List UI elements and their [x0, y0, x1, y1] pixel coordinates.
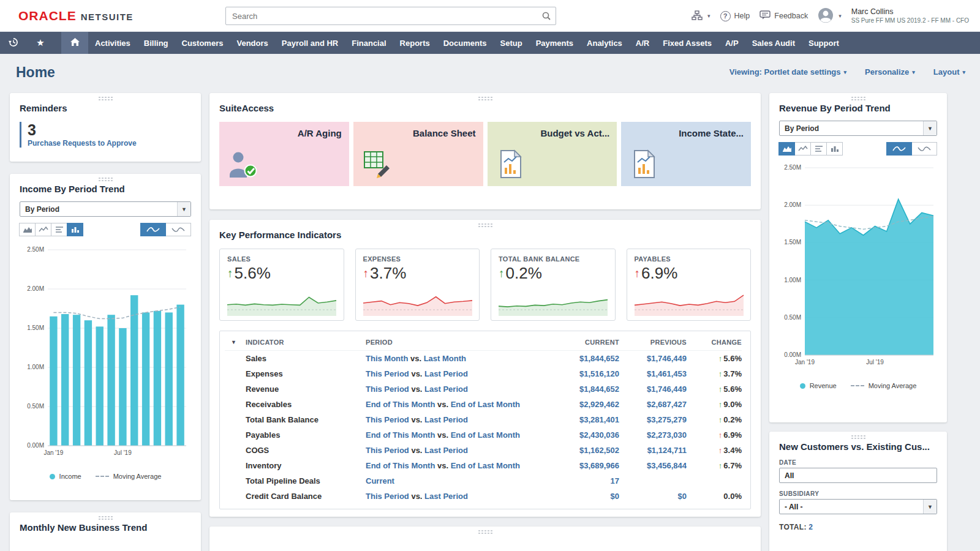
current-value[interactable]: $2,430,036: [552, 430, 619, 440]
portlet-drag-handle[interactable]: [98, 96, 113, 101]
chart-type-button[interactable]: [778, 142, 795, 156]
suiteaccess-tile-a-r-aging[interactable]: A/R Aging: [219, 122, 349, 186]
period-link[interactable]: End of This Month: [366, 461, 435, 470]
chart-type-button[interactable]: [19, 223, 36, 236]
layout-dropdown[interactable]: Layout ▾: [933, 67, 965, 77]
previous-value[interactable]: $3,275,279: [619, 415, 687, 424]
recent-records-button[interactable]: [0, 32, 27, 54]
shortcuts-button[interactable]: ★: [27, 32, 54, 54]
kpi-card-total-bank-balance[interactable]: TOTAL BANK BALANCE↑0.2%: [491, 249, 616, 321]
search-icon[interactable]: [537, 11, 556, 21]
portlet-drag-handle[interactable]: [98, 515, 113, 520]
nav-item-activities[interactable]: Activities: [88, 32, 137, 54]
current-value[interactable]: $2,929,462: [552, 400, 619, 409]
chart-type-button[interactable]: [826, 142, 843, 156]
total-value-link[interactable]: 2: [809, 523, 813, 531]
nav-item-analytics[interactable]: Analytics: [580, 32, 629, 54]
current-value[interactable]: $3,281,401: [552, 415, 619, 424]
current-value[interactable]: $1,844,652: [552, 354, 619, 363]
period-link[interactable]: End of Last Month: [451, 400, 520, 409]
period-link[interactable]: End of Last Month: [451, 430, 520, 440]
personalize-dropdown[interactable]: Personalize ▾: [865, 67, 915, 77]
current-value[interactable]: $0: [552, 492, 619, 501]
reminder-item[interactable]: 3 Purchase Requests to Approve: [20, 122, 191, 148]
chart-type-button[interactable]: [140, 223, 166, 236]
suiteaccess-tile-income-state[interactable]: Income State...: [621, 122, 751, 186]
chart-type-button[interactable]: [67, 223, 83, 236]
period-dropdown[interactable]: By Period ▼: [20, 201, 191, 217]
nav-item-reports[interactable]: Reports: [393, 32, 437, 54]
home-tab[interactable]: [61, 32, 88, 54]
current-value[interactable]: $1,516,120: [552, 369, 619, 378]
portlet-drag-handle[interactable]: [478, 223, 492, 228]
previous-value[interactable]: $2,687,427: [619, 400, 687, 409]
period-link[interactable]: Last Period: [424, 415, 468, 424]
chart-type-button[interactable]: [51, 223, 67, 236]
nav-item-a-p[interactable]: A/P: [718, 32, 745, 54]
subsidiary-dropdown[interactable]: - All - ▼: [779, 499, 937, 514]
previous-value[interactable]: $0: [619, 492, 687, 501]
period-dropdown[interactable]: By Period ▼: [779, 121, 937, 136]
previous-value[interactable]: $1,746,449: [619, 354, 687, 363]
help-button[interactable]: ? Help: [720, 11, 750, 21]
chart-type-button[interactable]: [794, 142, 811, 156]
kpi-card-payables[interactable]: PAYABLES↑6.9%: [627, 249, 752, 321]
previous-value[interactable]: $1,124,711: [619, 446, 687, 455]
period-link[interactable]: End of Last Month: [451, 461, 520, 470]
chart-type-button[interactable]: [886, 142, 912, 156]
previous-value[interactable]: $1,461,453: [619, 369, 687, 378]
portlet-drag-handle[interactable]: [851, 96, 865, 101]
nav-item-sales-audit[interactable]: Sales Audit: [745, 32, 802, 54]
period-link[interactable]: Last Period: [424, 384, 468, 394]
nav-item-vendors[interactable]: Vendors: [230, 32, 274, 54]
viewing-settings-dropdown[interactable]: Viewing: Portlet date settings ▾: [729, 67, 846, 77]
reminder-link[interactable]: Purchase Requests to Approve: [28, 139, 191, 148]
nav-item-fixed-assets[interactable]: Fixed Assets: [656, 32, 718, 54]
current-value[interactable]: $3,689,966: [552, 461, 619, 470]
period-link[interactable]: This Month: [366, 354, 408, 363]
user-info[interactable]: Marc Collins SS Pure FF MM US 2019.2 - F…: [851, 7, 969, 24]
period-link[interactable]: This Period: [366, 384, 409, 394]
table-filter-caret-icon[interactable]: ▼: [225, 339, 246, 345]
chart-type-button[interactable]: [35, 223, 51, 236]
nav-item-setup[interactable]: Setup: [494, 32, 529, 54]
user-menu-button[interactable]: ▾: [818, 7, 842, 25]
portlet-drag-handle[interactable]: [478, 530, 492, 534]
portlet-drag-handle[interactable]: [98, 177, 113, 182]
period-link[interactable]: Last Period: [424, 492, 468, 501]
suiteaccess-tile-budget-vs-act[interactable]: Budget vs Act...: [488, 122, 617, 186]
period-link[interactable]: This Period: [366, 415, 409, 424]
chart-type-button[interactable]: [911, 142, 937, 156]
feedback-button[interactable]: Feedback: [760, 10, 808, 21]
period-link[interactable]: End of This Month: [366, 430, 435, 440]
nav-item-payroll-and-hr[interactable]: Payroll and HR: [275, 32, 345, 54]
netsuite-logo[interactable]: ORACLE NETSUITE: [18, 9, 134, 23]
period-link[interactable]: Last Month: [424, 354, 466, 363]
nav-item-payments[interactable]: Payments: [529, 32, 580, 54]
suiteaccess-tile-balance-sheet[interactable]: Balance Sheet: [353, 122, 483, 186]
nav-item-financial[interactable]: Financial: [345, 32, 393, 54]
current-value[interactable]: $1,844,652: [552, 384, 619, 394]
date-input[interactable]: [779, 468, 937, 483]
nav-item-support[interactable]: Support: [802, 32, 846, 54]
period-link[interactable]: Current: [366, 476, 394, 485]
roles-menu-button[interactable]: ▾: [692, 10, 710, 22]
current-value[interactable]: $1,162,502: [552, 446, 619, 455]
period-link[interactable]: This Period: [366, 446, 409, 455]
kpi-card-sales[interactable]: SALES↑5.6%: [219, 249, 344, 321]
previous-value[interactable]: $1,746,449: [619, 384, 687, 394]
chart-type-button[interactable]: [810, 142, 827, 156]
portlet-drag-handle[interactable]: [478, 96, 492, 101]
search-input[interactable]: [226, 12, 537, 21]
current-value[interactable]: 17: [552, 476, 619, 485]
kpi-card-expenses[interactable]: EXPENSES↑3.7%: [355, 249, 480, 321]
period-link[interactable]: End of This Month: [366, 400, 435, 409]
nav-item-a-r[interactable]: A/R: [629, 32, 656, 54]
nav-item-documents[interactable]: Documents: [437, 32, 494, 54]
nav-item-customers[interactable]: Customers: [175, 32, 230, 54]
portlet-drag-handle[interactable]: [851, 435, 865, 440]
previous-value[interactable]: $2,273,030: [619, 430, 687, 440]
nav-item-billing[interactable]: Billing: [137, 32, 175, 54]
previous-value[interactable]: $3,456,844: [619, 461, 687, 470]
period-link[interactable]: Last Period: [424, 369, 468, 378]
